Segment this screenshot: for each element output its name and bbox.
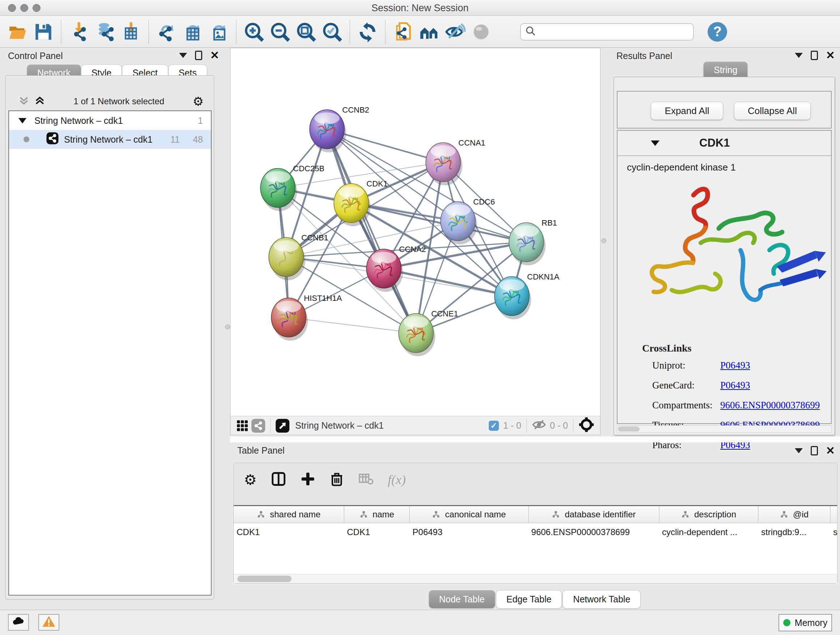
table-cell[interactable]: CDK1 (234, 523, 344, 542)
delete-column-trash-icon[interactable] (329, 471, 344, 488)
network-graph[interactable]: CCNB2CCNA1CDC25BCDK1CDC6RB1CCNB1CCNA2CDK… (231, 48, 600, 416)
network-share-icon[interactable] (251, 419, 265, 432)
collapse-all-button[interactable]: Collapse All (734, 102, 811, 120)
crosslink-label: Uniprot: (652, 360, 720, 371)
table-cell[interactable]: cyclin-dependent ... (659, 523, 758, 542)
node-CCNB2[interactable]: CCNB2 (309, 105, 369, 152)
cloud-status-button[interactable] (8, 614, 29, 631)
column-header-description[interactable]: description (659, 506, 758, 523)
table-options-gear-icon[interactable]: ⚙ (244, 471, 257, 488)
column-header-shared-name[interactable]: shared name (234, 506, 344, 523)
crosslink-label: Compartments: (652, 400, 720, 411)
zoom-fit-icon[interactable] (293, 20, 319, 43)
crosslink-link[interactable]: P06493 (720, 360, 750, 371)
node-CDKN1A[interactable]: CDKN1A (494, 272, 560, 319)
first-neighbors-icon[interactable] (416, 20, 442, 43)
current-network-name: String Network – cdk1 (295, 420, 384, 431)
search-box[interactable] (520, 23, 694, 41)
zoom-selected-icon[interactable] (319, 20, 345, 43)
right-splitter-grip[interactable] (601, 238, 606, 243)
section-expander-icon[interactable] (651, 141, 660, 146)
node-CCNA2[interactable]: CCNA2 (366, 245, 426, 292)
node-HIST1H1A[interactable]: HIST1H1A (271, 294, 342, 340)
column-header-namespace[interactable]: namespace (830, 506, 837, 523)
panel-collapse-icon[interactable] (795, 448, 803, 453)
table-h-scrollbar[interactable] (234, 575, 837, 583)
import-network-file-icon[interactable] (66, 20, 92, 43)
network-collection-row[interactable]: String Network – cdk1 1 (9, 111, 211, 130)
refresh-view-icon[interactable] (355, 20, 381, 43)
collapse-all-networks-icon[interactable] (19, 95, 29, 108)
export-view-icon[interactable] (276, 419, 289, 432)
column-header-@id[interactable]: @id (758, 506, 830, 523)
expand-all-networks-icon[interactable] (34, 95, 45, 108)
network-options-gear-icon[interactable]: ⚙ (193, 94, 204, 109)
table-cell[interactable]: CDK1 (344, 523, 409, 542)
memory-button[interactable]: Memory (778, 614, 832, 631)
zoom-out-icon[interactable] (267, 20, 293, 43)
export-image-icon[interactable] (205, 20, 232, 43)
node-CCNE1[interactable]: CCNE1 (399, 309, 458, 356)
crosslink-link[interactable]: P06493 (720, 380, 750, 391)
table-cell[interactable]: stringdb (830, 523, 837, 542)
column-header-name[interactable]: name (344, 506, 409, 523)
help-button[interactable]: ? (707, 22, 727, 42)
birdseye-grid-icon[interactable] (235, 419, 249, 432)
save-session-icon[interactable] (30, 20, 57, 43)
show-columns-icon[interactable] (271, 471, 286, 488)
tab-edge-table[interactable]: Edge Table (496, 590, 562, 608)
string-document-icon[interactable] (390, 20, 416, 43)
panel-float-icon[interactable] (811, 51, 818, 60)
panel-close-icon[interactable]: ✕ (826, 51, 835, 60)
edge-CCNA2-CDKN1A[interactable] (384, 269, 512, 296)
hide-unhide-icon[interactable] (442, 20, 468, 43)
panel-collapse-icon[interactable] (179, 53, 187, 58)
node-RB1[interactable]: RB1 (509, 218, 557, 265)
tab-network-table[interactable]: Network Table (562, 590, 641, 608)
network-view-canvas[interactable]: CCNB2CCNA1CDC25BCDK1CDC6RB1CCNB1CCNA2CDK… (230, 48, 600, 435)
node-CDC6[interactable]: CDC6 (441, 197, 495, 244)
highlight-icon[interactable] (468, 20, 494, 43)
search-input[interactable] (537, 27, 682, 37)
node-CCNA1[interactable]: CCNA1 (426, 138, 485, 185)
tab-node-table[interactable]: Node Table (429, 590, 495, 608)
crosslink-link[interactable]: 9606.ENSP00000378699 (720, 400, 820, 411)
node-label-RB1: RB1 (542, 218, 557, 227)
import-network-database-icon[interactable] (92, 20, 118, 43)
export-table-icon[interactable] (180, 20, 205, 43)
left-splitter-grip[interactable] (225, 325, 230, 329)
warnings-button[interactable] (38, 614, 59, 631)
table-cell[interactable]: P06493 (409, 523, 528, 542)
panel-close-icon[interactable]: ✕ (826, 446, 835, 455)
results-scrollbar[interactable] (617, 425, 832, 432)
main-toolbar: ? (0, 16, 840, 48)
panel-collapse-icon[interactable] (795, 53, 803, 58)
column-header-canonical-name[interactable]: canonical name (409, 506, 528, 523)
gene-section-header[interactable]: CDK1 (617, 131, 831, 156)
results-panel: Results Panel ✕ String Expand All Collap… (608, 48, 840, 442)
edge-CDK1-RB1[interactable] (351, 203, 526, 242)
add-column-icon[interactable] (300, 471, 316, 488)
panel-close-icon[interactable]: ✕ (210, 51, 219, 60)
node-CCNB1[interactable]: CCNB1 (269, 233, 328, 280)
open-session-icon[interactable] (4, 20, 30, 43)
delete-table-icon (358, 471, 374, 488)
network-row-selected[interactable]: String Network – cdk1 11 48 (9, 130, 211, 149)
column-header-database-identifier[interactable]: database identifier (529, 506, 659, 523)
tree-expander-icon[interactable] (19, 118, 27, 124)
table-cell[interactable]: stringdb:9... (758, 523, 830, 542)
hidden-eye-icon[interactable] (532, 417, 546, 434)
import-table-file-icon[interactable] (118, 20, 144, 43)
table-row[interactable]: CDK1CDK1P064939606.ENSP00000378699cyclin… (234, 523, 837, 542)
tab-string[interactable]: String (703, 62, 748, 78)
selected-nodes-checkbox[interactable]: ✓ (489, 421, 499, 431)
node-table[interactable]: shared namenamecanonical namedatabase id… (234, 505, 837, 574)
fit-content-crosshair-icon[interactable] (578, 417, 594, 435)
panel-float-icon[interactable] (811, 446, 818, 455)
panel-float-icon[interactable] (195, 51, 202, 60)
collection-count: 1 (198, 116, 203, 126)
zoom-in-icon[interactable] (241, 20, 267, 43)
export-network-icon[interactable] (153, 20, 180, 43)
expand-all-button[interactable]: Expand All (651, 102, 723, 120)
table-cell[interactable]: 9606.ENSP00000378699 (529, 523, 659, 542)
